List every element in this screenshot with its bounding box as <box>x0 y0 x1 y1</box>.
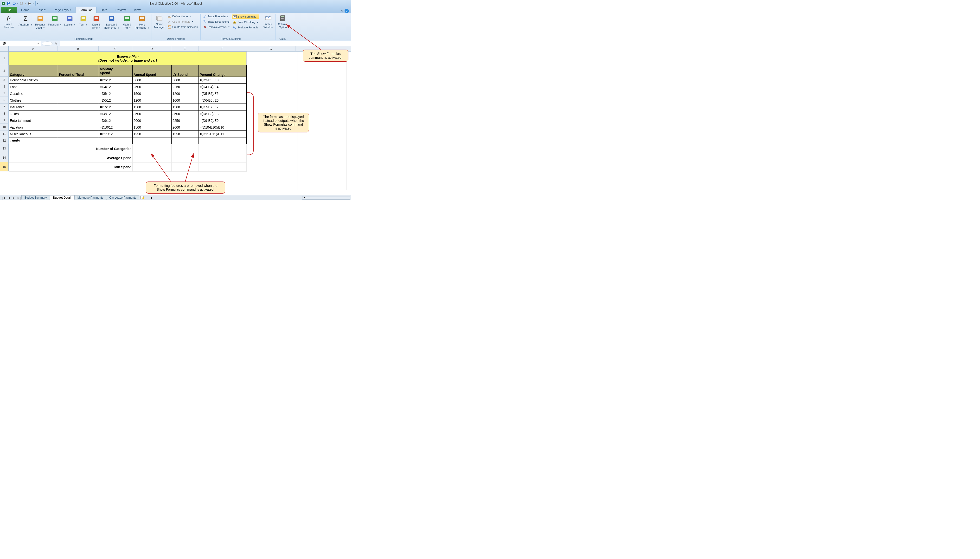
cell-annual-spend[interactable]: 1500 <box>133 104 172 111</box>
cell-percent-change[interactable]: =(D5-E5)/E5 <box>199 90 247 97</box>
undo-icon[interactable] <box>12 1 16 6</box>
cell-percent-total[interactable] <box>58 77 99 84</box>
name-box-dropdown-icon[interactable]: ▼ <box>37 42 39 45</box>
create-from-selection-button[interactable]: Create from Selection <box>167 25 199 29</box>
help-icon[interactable]: ? <box>345 9 349 13</box>
cell-ly-spend[interactable]: 2000 <box>172 124 199 131</box>
trace-dependents-button[interactable]: Trace Dependents <box>202 19 231 24</box>
excel-icon[interactable]: X <box>1 1 6 6</box>
tab-file[interactable]: File <box>1 7 17 13</box>
cell-percent-total[interactable] <box>58 90 99 97</box>
horizontal-scrollbar[interactable] <box>302 196 350 200</box>
sheet-tab-car-lease-payments[interactable]: Car Lease Payments <box>106 195 139 200</box>
tab-data[interactable]: Data <box>96 7 111 13</box>
sheet-tab-budget-summary[interactable]: Budget Summary <box>21 195 50 200</box>
cell-percent-change[interactable]: =(D3-E3)/E3 <box>199 77 247 84</box>
cell-category[interactable]: Household Utilities <box>9 77 58 84</box>
select-all-corner[interactable] <box>0 46 9 51</box>
evaluate-formula-button[interactable]: fxEvaluate Formula <box>232 25 259 30</box>
function-library-autosum[interactable]: ΣAutoSum ▼ <box>18 14 33 27</box>
column-header-A[interactable]: A <box>9 46 58 51</box>
remove-arrows-button[interactable]: Remove Arrows▼ <box>202 25 231 29</box>
cell-monthly-spend[interactable]: =D4/12 <box>99 84 133 90</box>
cell-annual-spend[interactable]: 1500 <box>133 90 172 97</box>
row-header-12[interactable]: 12 <box>0 137 9 144</box>
cell-min-spend-label[interactable]: Min Spend <box>58 162 133 172</box>
insert-function-button[interactable]: fx Insert Function <box>3 14 15 29</box>
cell-category[interactable]: Miscellaneous <box>9 131 58 137</box>
function-library-date-time[interactable]: Date & Time ▼ <box>90 14 102 30</box>
cell-percent-change[interactable]: =(D4-E4)/E4 <box>199 84 247 90</box>
cell-ly-spend[interactable]: 1500 <box>172 104 199 111</box>
define-name-button[interactable]: abDefine Name▼ <box>167 14 199 19</box>
cell-annual-spend[interactable]: 2000 <box>133 117 172 124</box>
cell-monthly-spend[interactable]: =D8/12 <box>99 111 133 117</box>
cell-percent-change[interactable]: =(D6-E6)/E6 <box>199 97 247 104</box>
row-header-3[interactable]: 3 <box>0 76 9 83</box>
print-dropdown-icon[interactable]: ▼ <box>32 2 34 5</box>
scroll-left-icon[interactable]: ◄ <box>149 196 152 200</box>
column-header-C[interactable]: C <box>99 46 132 51</box>
cell-annual-spend[interactable]: 3000 <box>133 77 172 84</box>
row-header-13[interactable]: 13 <box>0 144 9 153</box>
cell-category[interactable]: Gasoline <box>9 90 58 97</box>
row-header-15[interactable]: 15 <box>0 162 9 171</box>
cell-percent-change[interactable]: =(D10-E10)/E10 <box>199 124 247 131</box>
cell-category[interactable]: Clothes <box>9 97 58 104</box>
row-header-6[interactable]: 6 <box>0 97 9 104</box>
row-header-14[interactable]: 14 <box>0 153 9 162</box>
cell-ly-spend[interactable]: 3500 <box>172 111 199 117</box>
calculation-options-button[interactable]: Calculat Option <box>277 14 289 29</box>
cell-monthly-spend[interactable]: =D5/12 <box>99 90 133 97</box>
new-sheet-icon[interactable] <box>140 196 145 200</box>
function-library-recently-used[interactable]: Recently Used ▼ <box>34 14 46 30</box>
cell-percent-change[interactable]: =(D7-E7)/E7 <box>199 104 247 111</box>
tab-nav-first-icon[interactable]: |◄ <box>1 196 7 200</box>
name-box[interactable]: I15 ▼ <box>0 41 41 46</box>
name-manager-button[interactable]: Name Manager <box>153 14 165 29</box>
cell-annual-spend[interactable]: 1250 <box>133 131 172 137</box>
error-checking-button[interactable]: !Error Checking▼ <box>232 20 259 25</box>
row-header-9[interactable]: 9 <box>0 117 9 124</box>
function-library-lookup-reference[interactable]: Lookup & Reference ▼ <box>103 14 120 30</box>
tab-insert[interactable]: Insert <box>34 7 50 13</box>
cell-ly-spend[interactable]: 1000 <box>172 97 199 104</box>
function-library-logical[interactable]: Logical ▼ <box>63 14 76 27</box>
cell-ly-spend[interactable]: 1558 <box>172 131 199 137</box>
cell-ly-spend[interactable]: 2250 <box>172 117 199 124</box>
minimize-ribbon-icon[interactable]: ◇ <box>341 9 343 13</box>
cell-category[interactable]: Entertainment <box>9 117 58 124</box>
cell-percent-change[interactable]: =(D8-E8)/E8 <box>199 111 247 117</box>
tab-view[interactable]: View <box>130 7 145 13</box>
cell-percent-total[interactable] <box>58 97 99 104</box>
cell-percent-total[interactable] <box>58 124 99 131</box>
cell-percent-total[interactable] <box>58 117 99 124</box>
cell-annual-spend[interactable]: 2500 <box>133 84 172 90</box>
show-formulas-button[interactable]: fxShow Formulas <box>232 14 259 19</box>
cell-monthly-spend[interactable]: =D3/12 <box>99 77 133 84</box>
fx-icon[interactable]: fx <box>41 41 60 46</box>
cell-ly-spend[interactable]: 2250 <box>172 84 199 90</box>
cell-ly-spend[interactable]: 3000 <box>172 77 199 84</box>
column-header-F[interactable]: F <box>198 46 246 51</box>
function-library-more-functions[interactable]: More Functions ▼ <box>134 14 150 30</box>
undo-dropdown-icon[interactable]: ▼ <box>17 2 19 5</box>
cell-totals-label[interactable]: Totals <box>9 137 58 144</box>
cell-num-categories-label[interactable]: Number of Categories <box>58 144 133 153</box>
column-header-D[interactable]: D <box>132 46 171 51</box>
cell-annual-spend[interactable]: 1200 <box>133 97 172 104</box>
column-header-E[interactable]: E <box>171 46 198 51</box>
tab-home[interactable]: Home <box>17 7 34 13</box>
cell-percent-total[interactable] <box>58 111 99 117</box>
save-icon[interactable] <box>6 1 11 6</box>
function-library-text[interactable]: Text ▼ <box>77 14 89 27</box>
cell-monthly-spend[interactable]: =D7/12 <box>99 104 133 111</box>
tab-nav-prev-icon[interactable]: ◄ <box>7 196 11 200</box>
cell-percent-total[interactable] <box>58 84 99 90</box>
cell-percent-change[interactable]: =(D11-E11)/E11 <box>199 131 247 137</box>
watch-window-button[interactable]: Watch Window <box>262 14 274 29</box>
tab-page-layout[interactable]: Page Layout <box>49 7 75 13</box>
formula-bar-input[interactable] <box>60 41 351 46</box>
cell-percent-change[interactable]: =(D9-E9)/E9 <box>199 117 247 124</box>
cell-percent-total[interactable] <box>58 104 99 111</box>
